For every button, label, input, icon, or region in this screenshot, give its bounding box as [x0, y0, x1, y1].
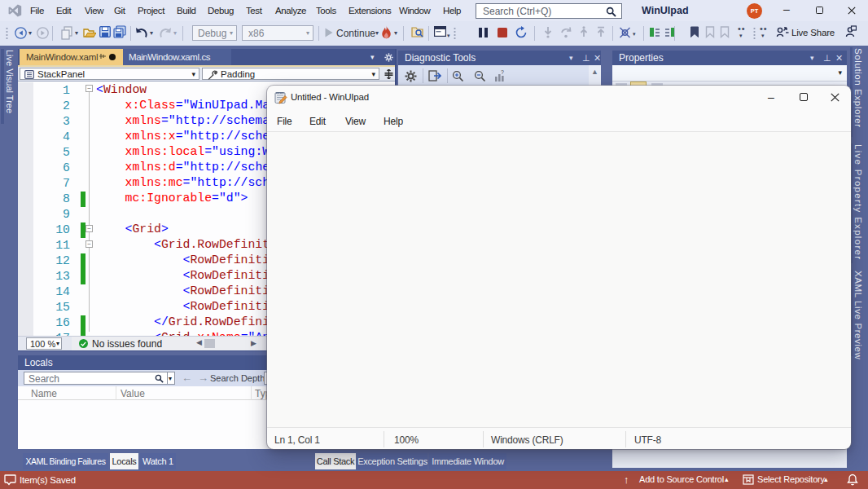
- svg-text:?: ?: [501, 69, 504, 75]
